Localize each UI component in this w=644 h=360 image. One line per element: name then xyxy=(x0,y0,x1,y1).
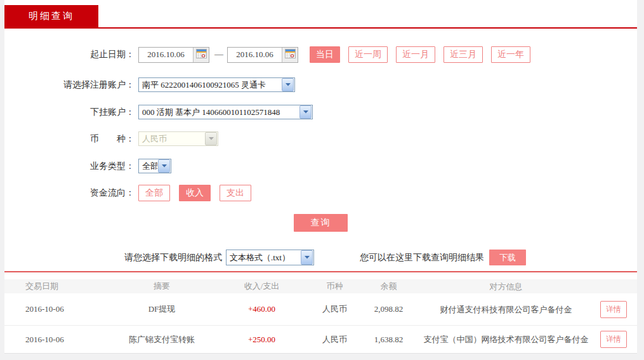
end-date-value: 2016.10.06 xyxy=(228,50,282,60)
quick-range-year-button[interactable]: 近一年 xyxy=(491,46,530,63)
cell-balance: 2,098.82 xyxy=(355,304,422,314)
cell-currency: 人民币 xyxy=(314,303,355,315)
detail-button[interactable]: 详情 xyxy=(600,331,627,348)
end-date-calendar-button[interactable] xyxy=(282,48,298,62)
download-button[interactable]: 下载 xyxy=(489,250,526,265)
chevron-down-icon xyxy=(158,159,170,173)
header-amount: 收入/支出 xyxy=(209,281,314,292)
start-date-value: 2016.10.06 xyxy=(139,50,193,60)
quick-range-quarter-button[interactable]: 近三月 xyxy=(444,46,483,63)
register-account-value: 南平 6222001406100921065 灵通卡 xyxy=(139,79,281,91)
flow-all-button[interactable]: 全部 xyxy=(138,185,170,201)
flow-expense-button[interactable]: 支出 xyxy=(220,185,251,201)
header-date: 交易日期 xyxy=(4,281,114,292)
cell-summary: DF提现 xyxy=(114,303,209,315)
flow-income-button[interactable]: 收入 xyxy=(179,185,211,201)
cell-date: 2016-10-06 xyxy=(4,335,114,345)
quick-range-week-button[interactable]: 近一周 xyxy=(348,46,388,63)
calendar-icon xyxy=(196,49,207,61)
sub-account-label: 下挂账户： xyxy=(0,107,135,118)
start-date-input[interactable]: 2016.10.06 xyxy=(138,47,209,63)
date-range-separator: — xyxy=(214,50,223,60)
currency-label: 币 种： xyxy=(0,133,135,145)
header-counterparty: 对方信息 xyxy=(422,279,590,295)
currency-select: 人民币 xyxy=(138,131,218,146)
table-top-divider xyxy=(4,271,637,272)
register-account-row: 请选择注册账户： 南平 6222001406100921065 灵通卡 xyxy=(0,77,295,92)
cell-amount: +460.00 xyxy=(209,304,314,314)
quick-range-month-button[interactable]: 近一月 xyxy=(396,46,435,63)
cell-currency: 人民币 xyxy=(314,334,355,345)
sub-account-select[interactable]: 000 活期 基本户 1406600101102571848 xyxy=(138,105,313,119)
business-type-value: 全部 xyxy=(139,161,157,172)
register-account-select[interactable]: 南平 6222001406100921065 灵通卡 xyxy=(138,77,295,92)
chevron-down-icon xyxy=(282,78,294,91)
business-type-select[interactable]: 全部 xyxy=(138,159,171,173)
date-range-row: 起止日期： 2016.10.06 xyxy=(0,46,530,63)
chevron-down-icon xyxy=(299,105,312,119)
results-table: 交易日期 摘要 收入/支出 币种 余额 对方信息 2016-10-06 DF提现… xyxy=(4,279,637,354)
cell-amount: +250.00 xyxy=(209,335,314,345)
cell-summary: 陈广锦支付宝转账 xyxy=(114,334,209,345)
fund-flow-label: 资金流向： xyxy=(0,187,135,199)
currency-row: 币 种： 人民币 xyxy=(0,131,218,146)
date-range-label: 起止日期： xyxy=(0,49,135,60)
top-panel xyxy=(4,0,637,27)
register-account-label: 请选择注册账户： xyxy=(0,79,135,91)
cell-counterparty: 支付宝（中国）网络技术有限公司客户备付金 xyxy=(422,331,590,347)
header-balance: 余额 xyxy=(355,281,422,292)
tab-label: 明细查询 xyxy=(29,10,74,22)
query-button[interactable]: 查询 xyxy=(294,214,348,232)
business-type-row: 业务类型： 全部 xyxy=(0,159,171,173)
sub-account-value: 000 活期 基本户 1406600101102571848 xyxy=(139,107,299,118)
fund-flow-row: 资金流向： 全部 收入 支出 xyxy=(0,185,251,201)
detail-query-page: 明细查询 起止日期： 2016.10.06 xyxy=(0,0,644,360)
cell-balance: 1,638.82 xyxy=(355,335,422,345)
header-currency: 币种 xyxy=(314,281,355,292)
table-header-row: 交易日期 摘要 收入/支出 币种 余额 对方信息 xyxy=(4,279,637,293)
download-row: 请您选择下载明细的格式 文本格式（.txt） 您可以在这里下载查询明细结果 下载 xyxy=(124,250,526,265)
chevron-down-icon xyxy=(205,132,217,145)
table-row: 2016-10-06 DF提现 +460.00 人民币 2,098.82 财付通… xyxy=(4,293,637,325)
end-date-input[interactable]: 2016.10.06 xyxy=(227,47,298,63)
cell-counterparty: 财付通支付科技有限公司客户备付金 xyxy=(422,302,590,317)
currency-value: 人民币 xyxy=(139,133,204,145)
sub-account-row: 下挂账户： 000 活期 基本户 1406600101102571848 xyxy=(0,105,313,119)
header-summary: 摘要 xyxy=(114,281,209,292)
table-row: 2016-10-06 陈广锦支付宝转账 +250.00 人民币 1,638.82… xyxy=(4,325,637,354)
download-format-label: 请您选择下载明细的格式 xyxy=(124,252,222,263)
quick-range-today-button[interactable]: 当日 xyxy=(310,46,340,63)
download-format-value: 文本格式（.txt） xyxy=(227,252,300,263)
tab-detail-query[interactable]: 明细查询 xyxy=(4,5,98,27)
business-type-label: 业务类型： xyxy=(0,161,135,172)
calendar-icon xyxy=(285,49,296,61)
chevron-down-icon xyxy=(301,250,313,265)
start-date-calendar-button[interactable] xyxy=(193,48,209,62)
cell-date: 2016-10-06 xyxy=(4,304,114,314)
detail-button[interactable]: 详情 xyxy=(600,301,627,318)
download-hint: 您可以在这里下载查询明细结果 xyxy=(360,252,484,263)
download-format-select[interactable]: 文本格式（.txt） xyxy=(226,250,314,265)
